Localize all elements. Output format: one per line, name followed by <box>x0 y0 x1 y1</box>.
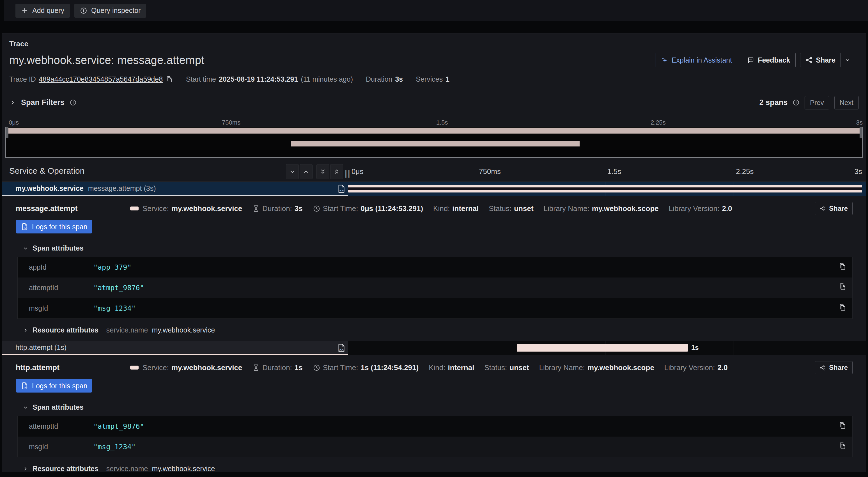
resource-attributes-toggle[interactable]: Resource attributes service.name my.webh… <box>23 465 858 472</box>
logs-for-span-button[interactable]: Logs for this span <box>16 220 92 234</box>
timeline-tick: 1.5s <box>608 167 621 176</box>
double-chevron-up-icon <box>333 168 340 175</box>
copy-attribute-button[interactable] <box>838 303 847 311</box>
span-count: 2 spans <box>760 98 788 107</box>
double-chevron-down-icon <box>319 168 326 175</box>
start-time-group: Start time 2025-08-19 11:24:53.291 (11 m… <box>186 75 353 83</box>
share-button[interactable]: Share <box>800 53 841 67</box>
logs-for-span-button[interactable]: Logs for this span <box>16 379 92 392</box>
span-service-name: my.webhook.service <box>16 184 84 192</box>
log-icon <box>337 184 346 193</box>
minimap-tick: 3s <box>856 119 863 126</box>
detail-library-version-value: 2.0 <box>718 363 728 372</box>
span-row-timeline-cell[interactable]: 1s <box>348 341 866 355</box>
detail-duration-label: Duration: <box>262 204 292 213</box>
span-row-timeline-cell[interactable] <box>348 182 866 196</box>
explain-label: Explain in Assistant <box>672 56 732 64</box>
span-row-message-attempt[interactable]: my.webhook.service message.attempt (3s) <box>2 182 866 196</box>
detail-library-version-value: 2.0 <box>722 204 732 213</box>
collapse-one-button[interactable] <box>286 164 299 179</box>
trace-actions: Explain in Assistant Feedback Share <box>656 53 854 67</box>
span-attributes-table: attemptId "atmpt_9876" msgId "msg_1234" <box>18 416 852 457</box>
span-logs-icon-button[interactable] <box>337 343 346 353</box>
detail-duration-label: Duration: <box>262 363 292 372</box>
resource-attributes-title: Resource attributes <box>33 326 98 334</box>
prev-button[interactable]: Prev <box>805 96 829 110</box>
info-icon <box>69 99 76 106</box>
share-dropdown-button[interactable] <box>841 53 854 67</box>
minimap-span-band <box>291 141 580 146</box>
span-attributes-toggle[interactable]: Span attributes <box>23 244 858 252</box>
copy-attribute-button[interactable] <box>838 442 847 450</box>
add-query-button[interactable]: Add query <box>16 4 70 18</box>
span-share-button[interactable]: Share <box>815 361 852 374</box>
trace-panel: Trace my.webhook.service: message.attemp… <box>2 33 866 472</box>
share-icon <box>805 56 813 64</box>
attribute-value: "atmpt_9876" <box>93 284 144 292</box>
span-logs-icon-button[interactable] <box>337 184 346 193</box>
next-button[interactable]: Next <box>834 96 859 110</box>
collapse-all-button[interactable] <box>316 164 329 179</box>
chevron-down-icon <box>23 404 29 411</box>
detail-status: Status: unset <box>489 204 533 213</box>
log-icon <box>21 382 29 390</box>
span-row-http-attempt[interactable]: http.attempt (1s) 1s <box>2 341 866 355</box>
attribute-key: attemptId <box>18 284 93 292</box>
log-icon <box>21 223 29 231</box>
timeline-gridline <box>862 341 862 355</box>
detail-duration: Duration: 3s <box>252 204 303 213</box>
span-bar-http-attempt[interactable]: 1s <box>517 344 688 352</box>
detail-service-label: Service: <box>143 363 169 372</box>
span-detail-name: http.attempt <box>16 363 130 372</box>
trace-id-value[interactable]: 489a44cc170e83454857a5647da59de8 <box>39 75 163 83</box>
span-bar-duration-label: 1s <box>691 344 699 352</box>
resource-attribute-value: my.webhook.service <box>152 465 215 472</box>
copy-icon <box>838 282 847 291</box>
detail-library-name: Library Name: my.webhook.scope <box>544 204 659 213</box>
detail-library-name-value: my.webhook.scope <box>592 204 659 213</box>
detail-start-time: Start Time: 0μs (11:24:53.291) <box>313 204 423 213</box>
detail-start-label: Start Time: <box>323 204 358 213</box>
expand-all-button[interactable] <box>330 164 343 179</box>
expand-one-button[interactable] <box>300 164 312 179</box>
attribute-row: msgId "msg_1234" <box>18 298 852 319</box>
detail-service-value: my.webhook.service <box>172 363 242 372</box>
copy-attribute-button[interactable] <box>838 421 847 429</box>
detail-start-value: 0μs (11:24:53.291) <box>361 204 423 213</box>
trace-id-label: Trace ID <box>9 75 36 83</box>
minimap-tick: 0μs <box>9 119 19 126</box>
feedback-button[interactable]: Feedback <box>742 53 795 67</box>
span-row-name-cell[interactable]: my.webhook.service message.attempt (3s) <box>2 182 348 196</box>
span-attributes-toggle[interactable]: Span attributes <box>23 403 858 411</box>
attribute-key: msgId <box>18 304 93 312</box>
copy-attribute-button[interactable] <box>838 282 847 291</box>
attribute-row: msgId "msg_1234" <box>18 437 852 457</box>
clock-icon <box>313 205 320 212</box>
timeline-tick: 0μs <box>351 167 363 176</box>
span-bar-message-attempt[interactable] <box>348 185 862 192</box>
trace-title: my.webhook.service: message.attempt <box>9 54 204 66</box>
copy-icon <box>838 303 847 311</box>
span-filters-toggle[interactable]: Span Filters <box>9 98 76 107</box>
timeline-minimap[interactable] <box>5 127 863 158</box>
span-share-button[interactable]: Share <box>815 202 852 215</box>
attribute-value: "app_379" <box>93 263 131 271</box>
services-value: 1 <box>445 75 450 83</box>
span-row-name-cell[interactable]: http.attempt (1s) <box>2 341 348 355</box>
resource-attribute-key: service.name <box>106 465 148 472</box>
minimap-right-handle[interactable] <box>860 127 862 138</box>
chevron-right-icon <box>23 466 29 472</box>
explain-in-assistant-button[interactable]: Explain in Assistant <box>656 53 737 67</box>
span-filters-label: Span Filters <box>21 98 64 107</box>
detail-kind: Kind: internal <box>433 204 478 213</box>
copy-trace-id-button[interactable] <box>165 76 173 83</box>
minimap-left-handle[interactable] <box>6 127 8 138</box>
span-filters-actions: 2 spans Prev Next <box>760 96 859 110</box>
copy-attribute-button[interactable] <box>838 262 847 270</box>
timeline-header: Service & Operation || 0μs 750ms 1.5s 2.… <box>2 161 866 182</box>
attribute-key: appId <box>18 263 93 271</box>
query-inspector-button[interactable]: Query inspector <box>74 4 146 18</box>
detail-library-version-label: Library Version: <box>669 204 720 213</box>
resource-attributes-toggle[interactable]: Resource attributes service.name my.webh… <box>23 326 858 334</box>
chevron-up-icon <box>303 168 309 175</box>
